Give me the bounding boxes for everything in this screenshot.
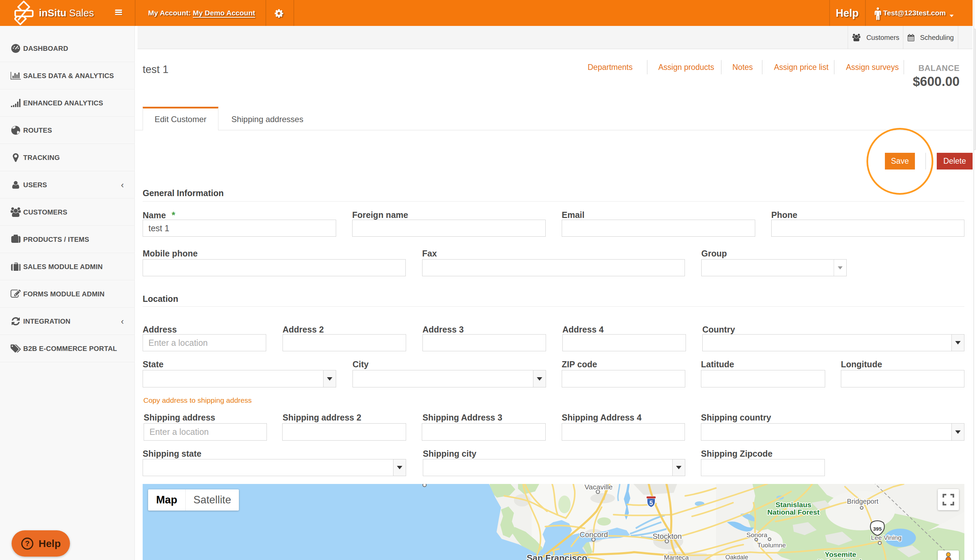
svg-text:Sonora: Sonora (746, 532, 767, 538)
svg-text:National Forest: National Forest (767, 508, 820, 516)
svg-text:Tuolumne: Tuolumne (757, 542, 786, 549)
svg-text:Manteca: Manteca (664, 554, 689, 560)
svg-text:National Park: National Park (818, 558, 864, 560)
svg-text:San Francisco: San Francisco (526, 553, 587, 560)
svg-text:5: 5 (649, 500, 653, 507)
svg-text:Yosemite: Yosemite (825, 550, 856, 558)
svg-text:Stockton: Stockton (652, 532, 682, 540)
svg-text:Vacaville: Vacaville (585, 484, 613, 491)
svg-text:Bridgeport: Bridgeport (847, 498, 879, 505)
svg-text:?: ? (25, 539, 29, 548)
svg-text:Oakdale: Oakdale (725, 554, 748, 560)
svg-text:Stanislaus: Stanislaus (775, 501, 811, 508)
svg-text:395: 395 (873, 526, 881, 532)
svg-text:Lee Vining: Lee Vining (871, 534, 901, 541)
svg-text:Concord: Concord (580, 530, 608, 539)
